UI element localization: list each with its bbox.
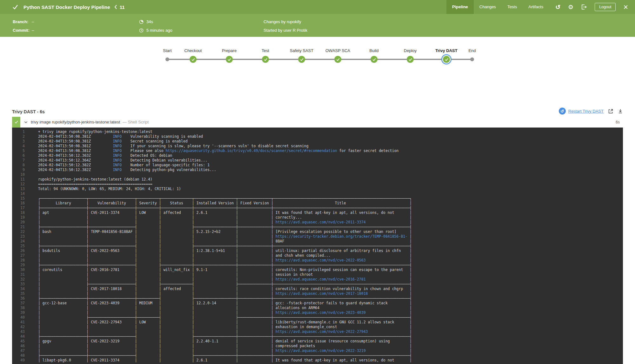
console-line-number[interactable]: 24 — [12, 239, 25, 244]
stage-node-safety-sast[interactable] — [298, 56, 305, 63]
console-log[interactable]: 1+ trivy image rupokify/python-jenkins-t… — [12, 128, 623, 364]
console-line: 30│ coreutils │ CVE-2016-2781 │ │ will_n… — [12, 268, 623, 272]
console-line-number[interactable]: 17 — [12, 206, 25, 210]
console-line-number[interactable]: 42 — [12, 325, 25, 329]
tab-changes[interactable]: Changes — [474, 0, 502, 14]
console-line-number[interactable]: 34 — [12, 287, 25, 291]
console-line-number[interactable]: 13 — [12, 187, 25, 191]
console-line-number[interactable]: 22 — [12, 229, 25, 234]
console-line-number[interactable]: 2 — [12, 134, 25, 139]
exit-door-icon[interactable] — [581, 4, 587, 10]
console-line: 62024-02-04T13:50:12.363Z INFO Detected … — [12, 153, 623, 158]
console-line-number[interactable]: 8 — [12, 163, 25, 168]
console-line-number[interactable]: 48 — [12, 353, 25, 358]
console-line-number[interactable]: 1 — [12, 129, 25, 134]
stage-node-prepare[interactable] — [226, 56, 233, 63]
console-line-number[interactable]: 33 — [12, 282, 25, 287]
console-text: │ │ │ │ │ │ │ session in chroot │ — [38, 272, 412, 277]
console-line-number[interactable]: 47 — [12, 348, 25, 353]
console-link[interactable]: https://avd.aquasec.com/nvd/cve-2022-056… — [276, 258, 366, 262]
console-link[interactable]: https://avd.aquasec.com/nvd/cve-2011-337… — [276, 220, 366, 224]
console-link[interactable]: https://avd.aquasec.com/nvd/cve-2017-180… — [276, 291, 368, 296]
console-line-number[interactable]: 4 — [12, 144, 25, 149]
console-line-number[interactable]: 6 — [12, 153, 25, 158]
console-line-number[interactable]: 19 — [12, 215, 25, 220]
console-text: 2024-02-04T13:50:12.382Z — [38, 163, 113, 167]
console-line-number[interactable]: 11 — [12, 177, 25, 182]
header-tabs: PipelineChangesTestsArtifacts — [446, 0, 549, 14]
console-line-number[interactable]: 15 — [12, 196, 25, 201]
console-text: ├─────────────────────┼─────────────────… — [38, 244, 412, 248]
tab-artifacts[interactable]: Artifacts — [523, 0, 549, 14]
refresh-icon[interactable]: ↺ — [555, 3, 560, 11]
console-line: 72024-02-04T13:50:12.364Z INFO Detecting… — [12, 158, 623, 163]
stage-node-checkout[interactable] — [190, 56, 197, 63]
stage-node-end[interactable] — [470, 57, 474, 61]
console-text: │ │ │ │ │ │ │ — [38, 329, 276, 334]
console-line-number[interactable]: 46 — [12, 344, 25, 348]
console-line-number[interactable]: 21 — [12, 225, 25, 229]
tab-pipeline[interactable]: Pipeline — [446, 0, 474, 14]
console-line-number[interactable]: 14 — [12, 191, 25, 196]
console-line-number[interactable]: 20 — [12, 220, 25, 225]
console-line-number[interactable]: 16 — [12, 201, 25, 206]
console-line-number[interactable]: 27 — [12, 253, 25, 258]
console-line-number[interactable]: 9 — [12, 168, 25, 172]
console-line-number[interactable]: 43 — [12, 329, 25, 334]
gear-icon[interactable]: ⚙ — [568, 3, 573, 11]
tab-tests[interactable]: Tests — [502, 0, 523, 14]
console-line-number[interactable]: 30 — [12, 268, 25, 272]
console-line-number[interactable]: 23 — [12, 234, 25, 239]
console-line-number[interactable]: 39 — [12, 310, 25, 315]
console-link[interactable]: https://avd.aquasec.com/nvd/cve-2022-279… — [276, 329, 368, 334]
console-line-number[interactable]: 10 — [12, 172, 25, 177]
stage-node-start[interactable] — [165, 57, 169, 61]
console-line-number[interactable]: 3 — [12, 139, 25, 144]
chevron-left-icon[interactable] — [114, 4, 117, 10]
console-link[interactable]: https://avd.aquasec.com/nvd/cve-2016-278… — [276, 277, 366, 281]
console-line-number[interactable]: 45 — [12, 339, 25, 344]
chevron-down-icon[interactable] — [24, 121, 28, 124]
console-line-number[interactable]: 7 — [12, 158, 25, 163]
console-text: │ │ CVE-2022-27943 │ LOW │ │ │ │ libiber… — [38, 320, 412, 324]
console-line-number[interactable]: 40 — [12, 315, 25, 320]
console-line: 15┌─────────────────────┬───────────────… — [12, 196, 623, 201]
console-line-number[interactable]: 35 — [12, 291, 25, 296]
console-text: ========================================… — [38, 182, 152, 186]
console-line-number[interactable]: 44 — [12, 334, 25, 339]
close-icon[interactable]: × — [623, 4, 628, 10]
console-line-number[interactable]: 32 — [12, 277, 25, 282]
console-line-number[interactable]: 28 — [12, 258, 25, 263]
console-line-number[interactable]: 49 — [12, 358, 25, 363]
console-link[interactable]: https://security-tracker.debian.org/trac… — [276, 234, 407, 239]
console-line-number[interactable]: 29 — [12, 263, 25, 268]
step-row[interactable]: trivy image rupokify/python-jenkins-test… — [12, 117, 623, 128]
console-line-number[interactable]: 37 — [12, 301, 25, 306]
run-duration: 34s — [146, 19, 153, 24]
console-line-number[interactable]: 26 — [12, 248, 25, 253]
open-external-icon[interactable] — [608, 109, 613, 114]
restart-stage-link[interactable]: Restart Trivy DAST — [568, 109, 604, 114]
download-log-icon[interactable] — [618, 109, 623, 114]
console-line-number[interactable]: 31 — [12, 272, 25, 277]
restart-stage-button[interactable]: ↺ Restart Trivy DAST — [559, 108, 604, 115]
console-line-number[interactable]: 12 — [12, 182, 25, 187]
stage-node-test[interactable] — [262, 56, 269, 63]
console-line-number[interactable]: 38 — [12, 306, 25, 310]
stage-node-trivy-dast[interactable] — [443, 56, 450, 63]
console-line-number[interactable]: 36 — [12, 296, 25, 301]
console-line-number[interactable]: 5 — [12, 149, 25, 153]
console-link[interactable]: https://avd.aquasec.com/nvd/cve-2023-403… — [276, 310, 366, 315]
console-line-number[interactable]: 41 — [12, 320, 25, 325]
logout-button[interactable]: Logout — [595, 3, 616, 11]
console-link[interactable]: https://aquasecurity.github.io/trivy/v0.… — [166, 149, 337, 153]
stage-node-build[interactable] — [371, 56, 378, 63]
stage-node-deploy[interactable] — [407, 56, 414, 63]
console-line-number[interactable]: 18 — [12, 210, 25, 215]
console-line-number[interactable]: 25 — [12, 244, 25, 248]
console-line: 31│ │ │ │ │ │ │ session in chroot │ — [12, 272, 623, 277]
stage-node-owasp-sca[interactable] — [334, 56, 341, 63]
console-text: ├─────────────────────┼─────────────────… — [38, 263, 412, 267]
console-text: Detecting Debian vulnerabilities... — [130, 158, 207, 162]
console-link[interactable]: https://avd.aquasec.com/nvd/cve-2022-321… — [276, 348, 366, 353]
